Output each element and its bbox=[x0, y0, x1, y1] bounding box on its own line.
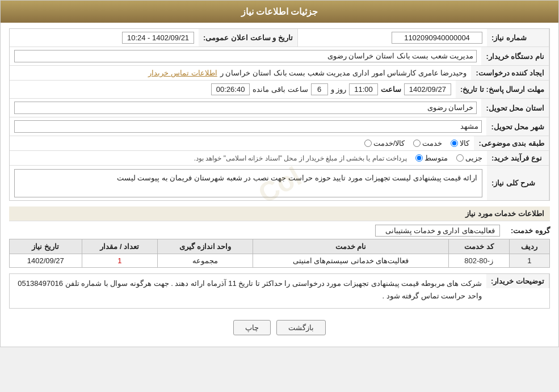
shmare-value-cell: 1102090940000004 bbox=[298, 29, 487, 47]
farayand-jozi[interactable]: جزیی bbox=[456, 154, 482, 162]
tabaqe-option-kala[interactable]: کالا bbox=[451, 139, 469, 147]
farayand-label: نوع فرآیند خرید: bbox=[487, 151, 549, 165]
tarikh-label: تاریخ و ساعت اعلان عمومی: bbox=[199, 29, 298, 47]
dastgah-label: نام دستگاه خریدار: bbox=[481, 47, 549, 65]
tabaqe-khedmat-radio[interactable] bbox=[413, 140, 421, 147]
tabaqe-option-khedmat[interactable]: خدمت bbox=[413, 139, 442, 147]
th-count: تعداد / مقدار bbox=[82, 239, 157, 254]
tawzih-text: شرکت های مربوطه قیمت پیشنهادی تجهیزات مو… bbox=[10, 274, 486, 308]
sharh-label: شرح کلی نیاز: bbox=[487, 166, 549, 200]
row-dastgah: نام دستگاه خریدار: مدیریت شعب بست بانک ا… bbox=[10, 47, 549, 66]
tabaqe-value-cell: کالا خدمت کالا/خدمت bbox=[10, 136, 474, 150]
th-kod: کد خدمت bbox=[448, 239, 509, 254]
contact-link[interactable]: اطلاعات تماس خریدار bbox=[148, 69, 217, 77]
page-title: جزئیات اطلاعات نیاز bbox=[241, 7, 318, 16]
ijad-label: ایجاد کننده درخواست: bbox=[471, 66, 549, 80]
dastgah-value: مدیریت شعب بست بانک استان خراسان رضوی bbox=[14, 50, 477, 62]
farayand-motovaset-radio[interactable] bbox=[415, 154, 423, 162]
row-shahr: شهر محل تحویل: مشهد bbox=[10, 117, 549, 136]
sharh-value-cell: ارائه قیمت پیشنهادی لیست تجهیزات مورد تا… bbox=[10, 166, 487, 200]
farayand-motovaset-label: متوسط bbox=[424, 154, 448, 162]
table-cell-2: فعالیت‌های خدماتی سیستم‌های امنیتی bbox=[253, 254, 449, 268]
shahr-label: شهر محل تحویل: bbox=[486, 117, 549, 136]
mohlat-remaining-label: ساعت باقی مانده bbox=[253, 85, 308, 94]
shmare-label: شماره نیاز: bbox=[487, 29, 549, 47]
main-content: Col شماره نیاز: 1102090940000004 تاریخ و… bbox=[1, 23, 558, 347]
farayand-jozi-label: جزیی bbox=[465, 154, 482, 162]
page-header: جزئیات اطلاعات نیاز bbox=[1, 1, 558, 23]
tabaqe-radio-group: کالا خدمت کالا/خدمت bbox=[364, 139, 470, 147]
tabaqe-kala-khedmat-label: کالا/خدمت bbox=[373, 139, 405, 147]
ostan-value-cell: خراسان رضوی bbox=[10, 99, 481, 117]
table-header-row: ردیف کد خدمت نام خدمت واحد اندازه گیری ت… bbox=[10, 239, 550, 254]
mohlat-value-cell: 1402/09/27 ساعت 11:00 روز و 6 ساعت باقی … bbox=[10, 81, 456, 98]
th-rdif: ردیف bbox=[509, 239, 549, 254]
sharh-value: ارائه قیمت پیشنهادی لیست تجهیزات مورد تا… bbox=[14, 169, 482, 197]
farayand-desc: پرداخت تمام یا بخشی از مبلغ خریدار از مح… bbox=[194, 154, 407, 162]
th-date: تاریخ نیاز bbox=[10, 239, 82, 254]
row-mohlat: مهلت ارسال پاسخ: تا تاریخ: 1402/09/27 سا… bbox=[10, 81, 549, 99]
row-sharh: شرح کلی نیاز: ارائه قیمت پیشنهادی لیست ت… bbox=[10, 166, 549, 200]
tabaqe-label: طبقه بندی موضوعی: bbox=[474, 136, 549, 150]
farayand-value-cell: جزیی متوسط پرداخت تمام یا بخشی از مبلغ خ… bbox=[10, 151, 487, 165]
tabaqe-kala-khedmat-radio[interactable] bbox=[364, 140, 372, 147]
table-row: 1ز-80-802فعالیت‌های خدماتی سیستم‌های امن… bbox=[10, 254, 550, 268]
back-button[interactable]: بازگشت bbox=[276, 320, 326, 335]
buyer-desc-row: توضیحات خریدار: شرکت های مربوطه قیمت پیش… bbox=[10, 274, 549, 308]
row-tabaqe: طبقه بندی موضوعی: کالا خدمت کالا/خدمت bbox=[10, 136, 549, 151]
shahr-value-cell: مشهد bbox=[10, 117, 486, 136]
info-section: شماره نیاز: 1102090940000004 تاریخ و ساع… bbox=[9, 28, 550, 201]
ostan-label: استان محل تحویل: bbox=[481, 99, 549, 117]
ostan-value: خراسان رضوی bbox=[14, 102, 477, 114]
mohlat-time: 11:00 bbox=[349, 83, 378, 95]
buttons-row: بازگشت چاپ bbox=[9, 314, 550, 341]
tawzih-label: توضیحات خریدار: bbox=[486, 274, 549, 288]
mohlat-date: 1402/09/27 bbox=[404, 83, 451, 95]
mohlat-time-label: ساعت bbox=[381, 85, 401, 94]
tarikh-value: 1402/09/21 - 10:24 bbox=[122, 32, 194, 44]
dastgah-value-cell: مدیریت شعب بست بانک استان خراسان رضوی bbox=[10, 47, 481, 65]
row-ijad: ایجاد کننده درخواست: وحیدرضا عامری کارشن… bbox=[10, 66, 549, 81]
farayand-motovaset[interactable]: متوسط bbox=[415, 154, 448, 162]
services-title: اطلاعات خدمات مورد نیاز bbox=[9, 206, 550, 221]
mohlat-remaining: 00:26:40 bbox=[211, 83, 250, 95]
tarikh-value-cell: 1402/09/21 - 10:24 bbox=[10, 29, 199, 47]
services-section: اطلاعات خدمات مورد نیاز گروه خدمت: فعالی… bbox=[9, 206, 550, 268]
table-cell-4: 1 bbox=[82, 254, 157, 268]
row-farayand: نوع فرآیند خرید: جزیی متوسط پرداخت تمام … bbox=[10, 151, 549, 166]
shmare-value: 1102090940000004 bbox=[392, 32, 482, 44]
print-button[interactable]: چاپ bbox=[233, 320, 271, 335]
shahr-value: مشهد bbox=[14, 120, 482, 133]
th-name: نام خدمت bbox=[253, 239, 449, 254]
tabaqe-kala-radio[interactable] bbox=[451, 140, 458, 147]
ijad-value: وحیدرضا عامری کارشناس امور اداری مدیریت … bbox=[220, 69, 467, 77]
farayand-jozi-radio[interactable] bbox=[456, 154, 464, 162]
row-shmare: شماره نیاز: 1102090940000004 تاریخ و ساع… bbox=[10, 29, 549, 47]
tabaqe-option-kala-khedmat[interactable]: کالا/خدمت bbox=[364, 139, 405, 147]
table-cell-3: مجموعه bbox=[157, 254, 253, 268]
services-table: ردیف کد خدمت نام خدمت واحد اندازه گیری ت… bbox=[9, 239, 550, 268]
buyer-desc-section: توضیحات خریدار: شرکت های مربوطه قیمت پیش… bbox=[9, 273, 550, 309]
table-cell-0: 1 bbox=[509, 254, 549, 268]
gorohe-value: فعالیت‌های اداری و خدمات پشتیبانی bbox=[375, 225, 500, 237]
mohlat-days: 6 bbox=[311, 83, 328, 95]
tabaqe-khedmat-label: خدمت bbox=[422, 139, 442, 147]
th-unit: واحد اندازه گیری bbox=[157, 239, 253, 254]
mohlat-label: مهلت ارسال پاسخ: تا تاریخ: bbox=[456, 81, 549, 98]
gorohe-label: گروه خدمت: bbox=[505, 226, 550, 235]
gorohe-row: گروه خدمت: فعالیت‌های اداری و خدمات پشتی… bbox=[9, 221, 550, 239]
table-cell-1: ز-80-802 bbox=[448, 254, 509, 268]
page-wrapper: جزئیات اطلاعات نیاز Col شماره نیاز: 1102… bbox=[0, 0, 559, 347]
mohlat-day-label: روز و bbox=[331, 85, 347, 94]
ijad-value-cell: وحیدرضا عامری کارشناس امور اداری مدیریت … bbox=[10, 66, 471, 80]
tabaqe-kala-label: کالا bbox=[460, 139, 469, 147]
row-ostan: استان محل تحویل: خراسان رضوی bbox=[10, 99, 549, 117]
table-cell-5: 1402/09/27 bbox=[10, 254, 82, 268]
process-type-group: جزیی متوسط پرداخت تمام یا بخشی از مبلغ خ… bbox=[194, 154, 482, 162]
